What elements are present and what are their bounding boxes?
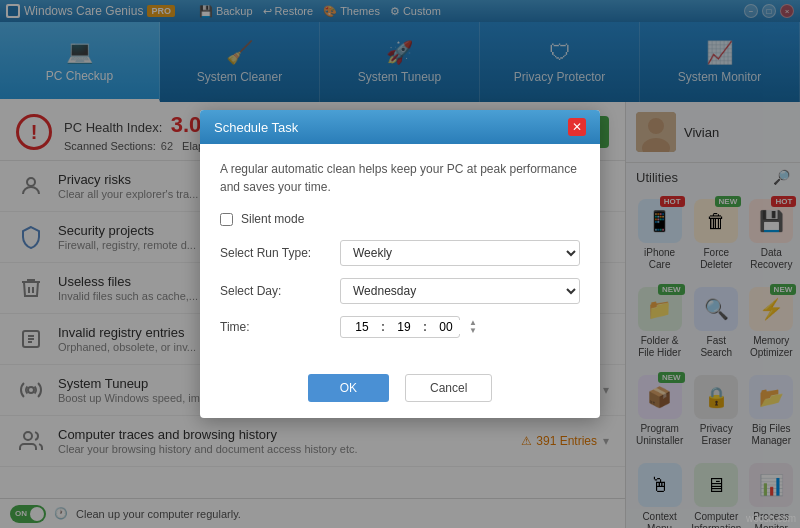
modal-body: A regular automatic clean helps keep you… — [200, 144, 600, 366]
day-label: Select Day: — [220, 284, 340, 298]
modal-close-button[interactable]: ✕ — [568, 118, 586, 136]
day-control: Monday Tuesday Wednesday Thursday Friday… — [340, 278, 580, 304]
silent-mode-row: Silent mode — [220, 212, 580, 226]
run-type-select[interactable]: Daily Weekly Monthly — [340, 240, 580, 266]
time-control: : : ▲ ▼ — [340, 316, 580, 338]
modal-desc: A regular automatic clean helps keep you… — [220, 160, 580, 196]
time-sep2: : — [423, 320, 427, 334]
run-type-control: Daily Weekly Monthly — [340, 240, 580, 266]
time-sep1: : — [381, 320, 385, 334]
time-down-icon[interactable]: ▼ — [469, 327, 477, 335]
silent-mode-checkbox[interactable] — [220, 213, 233, 226]
ok-button[interactable]: OK — [308, 374, 389, 402]
time-label: Time: — [220, 320, 340, 334]
day-select[interactable]: Monday Tuesday Wednesday Thursday Friday… — [340, 278, 580, 304]
modal-overlay: Schedule Task ✕ A regular automatic clea… — [0, 0, 800, 528]
modal-header: Schedule Task ✕ — [200, 110, 600, 144]
cancel-button[interactable]: Cancel — [405, 374, 492, 402]
modal-footer: OK Cancel — [200, 366, 600, 418]
time-spinner: ▲ ▼ — [469, 319, 477, 335]
time-minutes[interactable] — [389, 320, 419, 334]
silent-mode-label: Silent mode — [241, 212, 304, 226]
time-hours[interactable] — [347, 320, 377, 334]
modal-title: Schedule Task — [214, 120, 298, 135]
watermark: w3csh.com — [746, 513, 796, 524]
time-seconds[interactable] — [431, 320, 461, 334]
schedule-task-modal: Schedule Task ✕ A regular automatic clea… — [200, 110, 600, 418]
run-type-label: Select Run Type: — [220, 246, 340, 260]
run-type-row: Select Run Type: Daily Weekly Monthly — [220, 240, 580, 266]
time-row: Time: : : ▲ ▼ — [220, 316, 580, 338]
day-row: Select Day: Monday Tuesday Wednesday Thu… — [220, 278, 580, 304]
time-input-group: : : ▲ ▼ — [340, 316, 460, 338]
